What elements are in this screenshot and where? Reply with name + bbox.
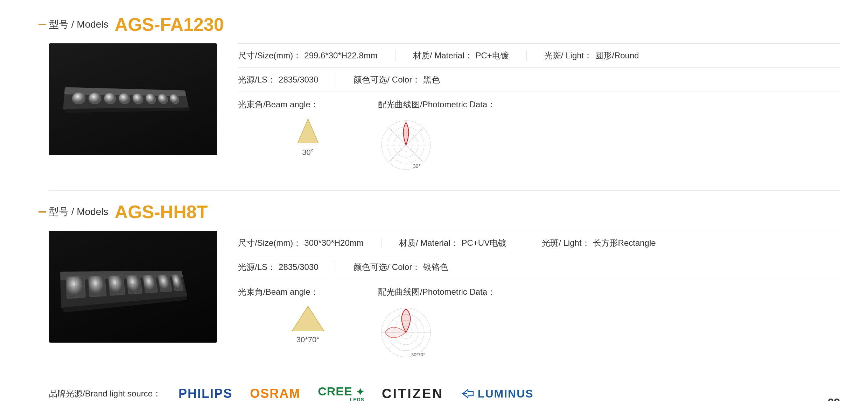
beam-diagram-2: 30*70°: [238, 305, 378, 344]
beam-angle-text-2: 30*70°: [296, 335, 320, 344]
spec-color-2: 颜色可选/ Color： 银铬色: [354, 262, 448, 273]
spec-color-value-1: 黑色: [423, 74, 440, 85]
spec-size-2: 尺寸/Size(mm)： 300*30*H20mm: [238, 237, 364, 249]
beam-section-2: 光束角/Beam angle： 30*70°: [238, 286, 378, 344]
page-container: 型号 / Models AGS-FA1230: [0, 0, 868, 401]
spec-source-label-1: 光源/LS：: [238, 74, 276, 85]
svg-point-3: [89, 93, 101, 104]
section-divider: [49, 191, 840, 191]
photometric-section-1: 配光曲线图/Photometric Data：: [378, 99, 840, 173]
beam-label-1: 光束角/Beam angle：: [238, 99, 378, 110]
spec-source-2: 光源/LS： 2835/3030: [238, 262, 318, 273]
spec-color-1: 颜色可选/ Color： 黑色: [354, 74, 440, 85]
spec-material-label-1: 材质/ Material：: [413, 50, 473, 61]
beam-section-1: 光束角/Beam angle： 30°: [238, 99, 378, 157]
spec-source-label-2: 光源/LS：: [238, 262, 276, 273]
spec-material-value-2: PC+UV电镀: [461, 237, 506, 249]
spec-size-label-1: 尺寸/Size(mm)：: [238, 50, 301, 61]
product-image-1: [49, 43, 217, 155]
brand-luminus-text: LUMINUS: [478, 387, 534, 400]
spec-color-label-1: 颜色可选/ Color：: [354, 74, 420, 85]
divider-4: [381, 238, 382, 248]
brand-cree-leds: LEDs: [350, 397, 364, 401]
spec-size-label-2: 尺寸/Size(mm)：: [238, 237, 301, 249]
divider-2: [526, 50, 527, 61]
photometric-label-1: 配光曲线图/Photometric Data：: [378, 99, 840, 110]
brand-philips: PHILIPS: [178, 386, 232, 401]
beam-triangle-svg-2: [290, 305, 326, 332]
page-number: 08: [827, 396, 840, 401]
polar-diagram-1: 30°: [378, 117, 434, 173]
divider-5: [524, 238, 524, 248]
product-svg-1: [51, 63, 200, 140]
divider-1: [395, 50, 396, 61]
beam-triangle-svg-1: [294, 117, 322, 145]
beam-diagram-1: 30°: [238, 117, 378, 157]
brand-cree-text: CREE ✦: [318, 385, 364, 397]
product-svg-2: [53, 251, 195, 334]
polar-diagram-2: 30*70°: [378, 305, 434, 360]
spec-light-label-1: 光斑/ Light：: [544, 50, 592, 61]
luminus-logo-icon: [461, 388, 475, 399]
spec-size-value-2: 300*30*H20mm: [304, 238, 363, 248]
spec-size-1: 尺寸/Size(mm)： 299.6*30*H22.8mm: [238, 50, 378, 61]
svg-text:30*70°: 30*70°: [411, 352, 425, 357]
spec-material-value-1: PC+电镀: [476, 50, 509, 61]
photometric-section-2: 配光曲线图/Photometric Data：: [378, 286, 840, 360]
product-image-2: [49, 231, 217, 343]
brand-osram: OSRAM: [250, 386, 300, 401]
spec-material-label-2: 材质/ Material：: [399, 237, 459, 249]
svg-marker-11: [298, 119, 318, 143]
section-1-content: 尺寸/Size(mm)： 299.6*30*H22.8mm 材质/ Materi…: [49, 43, 840, 180]
brand-footer-label: 品牌光源/Brand light source：: [49, 388, 161, 399]
model-label-2: 型号 / Models: [49, 205, 108, 219]
divider-3: [336, 74, 336, 85]
beam-photometric-row-2: 光束角/Beam angle： 30*70° 配光曲线图/Photometric…: [238, 279, 840, 367]
model-label-1: 型号 / Models: [49, 18, 108, 31]
brand-cree: CREE ✦ LEDs: [318, 385, 364, 401]
model-number-1: AGS-FA1230: [115, 14, 224, 35]
spec-material-1: 材质/ Material： PC+电镀: [413, 50, 509, 61]
spec-color-value-2: 银铬色: [423, 262, 448, 273]
spec-material-2: 材质/ Material： PC+UV电镀: [399, 237, 506, 249]
spec-source-value-2: 2835/3030: [279, 262, 318, 272]
brand-citizen: CITIZEN: [382, 386, 443, 401]
specs-panel-1: 尺寸/Size(mm)： 299.6*30*H22.8mm 材质/ Materi…: [238, 43, 840, 180]
section-1: 型号 / Models AGS-FA1230: [49, 14, 840, 180]
section-2-content: 尺寸/Size(mm)： 300*30*H20mm 材质/ Material： …: [49, 231, 840, 367]
spec-source-1: 光源/LS： 2835/3030: [238, 74, 318, 85]
specs-panel-2: 尺寸/Size(mm)： 300*30*H20mm 材质/ Material： …: [238, 231, 840, 367]
brand-luminus: LUMINUS: [461, 387, 534, 400]
section-2: 型号 / Models AGS-HH8T: [49, 201, 840, 367]
spec-light-2: 光斑/ Light： 长方形Rectangle: [542, 237, 656, 249]
spec-row-2-2: 光源/LS： 2835/3030 颜色可选/ Color： 银铬色: [238, 255, 840, 279]
spec-light-label-2: 光斑/ Light：: [542, 237, 590, 249]
spec-source-value-1: 2835/3030: [279, 75, 318, 85]
spec-row-2-1: 尺寸/Size(mm)： 300*30*H20mm 材质/ Material： …: [238, 231, 840, 255]
brand-footer: 品牌光源/Brand light source： PHILIPS OSRAM C…: [49, 378, 840, 401]
section-1-header: 型号 / Models AGS-FA1230: [49, 14, 840, 35]
spec-size-value-1: 299.6*30*H22.8mm: [304, 51, 377, 60]
beam-label-2: 光束角/Beam angle：: [238, 286, 378, 298]
spec-light-value-1: 圆形/Round: [595, 50, 639, 61]
spec-light-1: 光斑/ Light： 圆形/Round: [544, 50, 639, 61]
led-module-2: [53, 251, 195, 336]
led-module-1: [51, 63, 200, 142]
divider-6: [336, 262, 336, 272]
spec-row-1-1: 尺寸/Size(mm)： 299.6*30*H22.8mm 材质/ Materi…: [238, 43, 840, 68]
model-number-2: AGS-HH8T: [115, 201, 208, 222]
svg-text:30°: 30°: [413, 163, 420, 169]
svg-marker-41: [292, 306, 324, 331]
section-2-header: 型号 / Models AGS-HH8T: [49, 201, 840, 222]
spec-light-value-2: 长方形Rectangle: [593, 237, 656, 249]
cree-leaf-icon: ✦: [356, 387, 364, 398]
beam-photometric-row-1: 光束角/Beam angle： 30° 配光曲线图/Phot: [238, 92, 840, 180]
spec-row-1-2: 光源/LS： 2835/3030 颜色可选/ Color： 黑色: [238, 68, 840, 92]
spec-color-label-2: 颜色可选/ Color：: [354, 262, 420, 273]
photometric-label-2: 配光曲线图/Photometric Data：: [378, 286, 840, 298]
beam-angle-text-1: 30°: [302, 148, 314, 157]
